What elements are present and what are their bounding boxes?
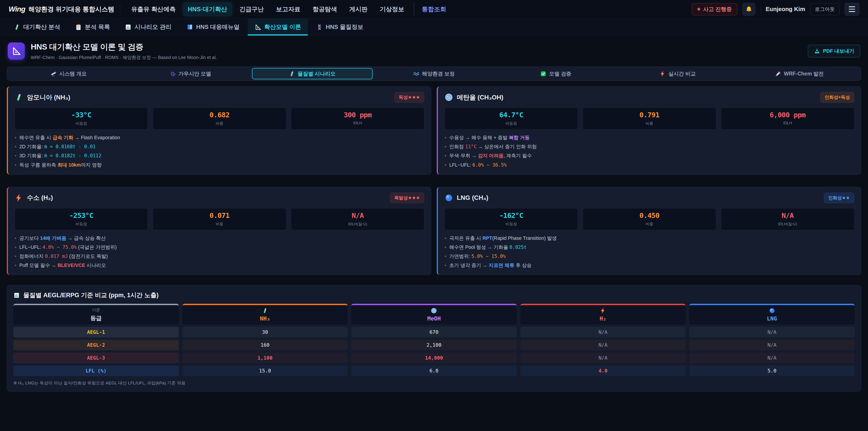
stat-box: 64.7°C비등점 — [445, 107, 578, 129]
bullet-segment: → 상온에서 증기 인화 위험 — [477, 144, 537, 149]
pdf-export-button[interactable]: PDF 내보내기 — [808, 45, 860, 57]
stat-box: N/AIDLH(질식) — [721, 208, 854, 230]
bar-chart-icon — [13, 292, 20, 299]
table-col-label: 등급 — [90, 314, 102, 322]
section-tab-realtime-comparison[interactable]: 실시간 비교 — [617, 68, 738, 79]
logout-button[interactable]: 로그아웃 — [810, 3, 839, 15]
table-col-sub: 기준 — [92, 307, 100, 313]
stat-label: 비중 — [585, 221, 714, 227]
stat-value: -162°C — [447, 211, 576, 219]
notifications-button[interactable] — [742, 3, 755, 16]
bar-chart-icon — [125, 24, 131, 31]
bullet-segment: 3D 기화율: — [20, 153, 44, 158]
card-stats: -253°C비등점0.071비중N/AIDLH(질식) — [15, 208, 424, 230]
nav-item-integrated-search[interactable]: 통합조회 — [414, 2, 451, 16]
bullet-item: 3D 기화율: ṁ = 0.0182t - 0.0112 — [15, 152, 424, 159]
table-col-header-meoh: MeOH — [351, 304, 517, 325]
module-tab-hns-response-manual[interactable]: HNS 대응매뉴얼 — [180, 19, 246, 35]
module-tab-air-diffusion-analysis[interactable]: 대기확산 분석 — [7, 19, 67, 35]
bolt-icon — [600, 308, 606, 314]
module-tab-scenario-management[interactable]: 시나리오 관리 — [118, 19, 178, 35]
incident-status-label: 사고 진행중 — [703, 6, 732, 13]
pdf-export-label: PDF 내보내기 — [823, 48, 854, 55]
stat-label: 비중 — [155, 121, 284, 126]
logo-title: 해양환경 위기대응 통합시스템 — [29, 5, 114, 13]
bullet-segment: BLEVE/VCE — [58, 263, 85, 268]
table-cell: 1,100 — [182, 352, 348, 363]
section-tab-label: 모델 검증 — [549, 70, 571, 77]
bullet-item: 독성 구름 풍하측 최대 10km까지 영향 — [15, 162, 424, 168]
section-tab-gaussian-model[interactable]: 가우시안 모델 — [130, 68, 251, 79]
test-tube-icon — [289, 71, 295, 77]
hazard-badge: 인화성★★ — [824, 192, 854, 203]
test-tube-icon — [13, 24, 20, 31]
cards-grid: 암모니아 (NH₃)독성★★★-33°C비등점0.682비중300 ppmIDL… — [7, 86, 861, 275]
section-tab-wrf-chem-advance[interactable]: WRF-Chem 발전 — [739, 68, 860, 79]
bullet-item: 해수면 Pool 형성 → 기화율 0.025t — [445, 244, 854, 251]
nav-item-oil-spill-forecast[interactable]: 유출유 확산예측 — [126, 2, 181, 16]
stat-label: IDLH(질식) — [293, 221, 422, 227]
bullet-segment: Puff 모델 필수 → — [20, 263, 58, 268]
page-icon — [8, 42, 25, 60]
nav-item-aerial-search[interactable]: 항공탐색 — [308, 2, 342, 16]
bullet-item: 2D 기화율: ṁ = 0.0168t - 0.01 — [15, 143, 424, 150]
section-tab-substance-scenarios[interactable]: 물질별 시나리오 — [252, 68, 373, 79]
bullet-segment: 14배 가벼움 — [40, 236, 66, 241]
stat-box: 300 ppmIDLH — [291, 107, 424, 129]
telescope-icon — [51, 71, 57, 77]
nav-item-emergency-rescue[interactable]: 긴급구난 — [235, 2, 269, 16]
section-tab-label: 실시간 비교 — [669, 70, 696, 77]
bullet-segment: 감지 어려움 — [478, 153, 503, 158]
stat-label: IDLH — [723, 121, 852, 125]
petri-icon — [445, 93, 453, 101]
module-tab-label: 분석 목록 — [85, 23, 110, 31]
stat-label: 비등점 — [17, 221, 146, 227]
bullet-segment: 0.025t — [509, 245, 527, 250]
table-title-text: 물질별 AEGL/ERPG 기준 비교 (ppm, 1시간 노출) — [23, 291, 159, 299]
nav-item-weather-info[interactable]: 기상정보 — [375, 2, 409, 16]
bullet-segment: → 급속 상승 확산 — [66, 236, 105, 241]
bullet-segment: 2D 기화율: — [20, 144, 44, 149]
stat-value: N/A — [293, 211, 422, 219]
nav-item-board[interactable]: 게시판 — [344, 2, 373, 16]
section-tab-model-validation[interactable]: 모델 검증 — [495, 68, 616, 79]
aegl-grid: 기준등급NH₃MeOHH₂LNGAEGL-130670N/AN/AAEGL-21… — [13, 304, 855, 376]
set-square-icon — [11, 46, 21, 56]
section-tab-system-overview[interactable]: 시스템 개요 — [8, 68, 129, 79]
nav-item-hns-air-diffusion[interactable]: HNS·대기확산 — [183, 2, 232, 16]
table-col-header-nh3: NH₃ — [182, 304, 348, 325]
section-tab-label: 시스템 개요 — [59, 70, 87, 77]
bullet-segment: 급속 기화 — [53, 135, 73, 140]
logo-mark: Wing — [8, 5, 25, 13]
download-icon — [814, 48, 820, 54]
section-tab-label: WRF-Chem 발전 — [784, 70, 824, 77]
module-tab-hns-substance-info[interactable]: HNS 물질정보 — [309, 19, 370, 35]
table-cell: 6.0 — [351, 366, 517, 376]
check-icon — [540, 71, 546, 77]
nav-item-reports[interactable]: 보고자료 — [271, 2, 305, 16]
module-tab-analysis-list[interactable]: 분석 목록 — [68, 19, 117, 35]
module-tab-diffusion-model-theory[interactable]: 확산모델 이론 — [248, 19, 308, 35]
bullet-segment: 점화에너지 — [20, 254, 45, 259]
bullet-segment: 후 상승 — [514, 263, 531, 268]
card-header-h2: 수소 (H₂)폭발성★★★ — [15, 192, 424, 203]
section-tab-label: 해양환경 보정 — [422, 70, 455, 77]
bullet-item: 공기보다 14배 가벼움 → 급속 상승 확산 — [15, 235, 424, 242]
section-tab-marine-env-correction[interactable]: 해양환경 보정 — [374, 68, 494, 79]
card-title: 수소 (H₂) — [27, 193, 53, 202]
table-cell: N/A — [520, 340, 686, 350]
bolt-icon — [15, 194, 23, 202]
test-tube-icon — [262, 308, 268, 314]
bullet-segment: RPT — [483, 236, 492, 241]
table-row-label: AEGL-2 — [13, 340, 179, 350]
card-header-lng: LNG (CH₄)인화성★★ — [445, 192, 854, 203]
bullet-segment: 시나리오 — [85, 263, 106, 268]
card-stats: -33°C비등점0.682비중300 ppmIDLH — [15, 107, 424, 129]
page-header: HNS 대기확산 모델 이론 및 검증 WRF-Chem · Gaussian … — [0, 36, 868, 65]
stat-value: 300 ppm — [293, 111, 422, 119]
stat-value: -33°C — [17, 111, 146, 119]
hamburger-menu-button[interactable] — [844, 3, 860, 16]
hazard-badge: 독성★★★ — [395, 92, 424, 102]
stat-label: IDLH(질식) — [723, 221, 852, 227]
module-tab-label: 시나리오 관리 — [134, 23, 171, 31]
